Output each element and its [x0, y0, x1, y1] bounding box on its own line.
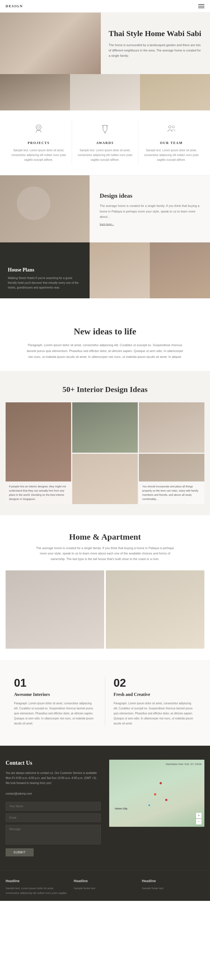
- number-1: 01: [14, 677, 96, 689]
- home-apt-title: Home & Apartment: [6, 532, 204, 542]
- footer-title-2: Headline: [74, 879, 136, 883]
- awards-icon: [78, 123, 132, 138]
- map-background: [109, 760, 204, 827]
- home-apt-images: [6, 570, 204, 649]
- interior-cell-1: If people hire an interior designer, the…: [6, 402, 71, 504]
- interior-cell-5-text: You should incorporate and place all thi…: [139, 482, 204, 504]
- contact-section: Contact Us You are always welcome to con…: [0, 746, 210, 870]
- hero-title: Thai Style Home Wabi Sabi: [109, 29, 202, 38]
- footer-title-1: Headline: [6, 879, 68, 883]
- house-plans-content: House Plans Walking Street Hotels If you…: [0, 242, 90, 298]
- features-section: PROJECTS Sample text. Lorem ipsum dolor …: [0, 110, 210, 175]
- team-icon: [144, 123, 199, 138]
- header: DESIGN: [0, 0, 210, 13]
- feature-projects: PROJECTS Sample text. Lorem ipsum dolor …: [6, 121, 72, 165]
- svg-point-4: [168, 126, 171, 128]
- new-ideas-text: Paragraph. Lorem ipsum dolor sit amet, c…: [27, 342, 183, 360]
- design-ideas-content: Design ideas The average home is created…: [90, 175, 210, 242]
- interior-cell-4: [72, 454, 138, 504]
- contact-map-area: Manhattan New York, NY 10036 Union City …: [109, 760, 204, 856]
- footer-title-3: Headline: [142, 879, 204, 883]
- design-ideas-image: [0, 175, 90, 242]
- map-city-label: Union City: [115, 807, 127, 810]
- house-plan-image-2: [150, 242, 210, 298]
- home-apt-section: Home & Apartment The average home is cre…: [0, 515, 210, 660]
- numbered-item-1: 01 Awesome Interiors Paragraph. Lorem ip…: [6, 671, 105, 732]
- contact-form-area: Contact Us You are always welcome to con…: [6, 760, 101, 856]
- svg-point-1: [37, 126, 40, 128]
- footer-col-3: Headline Sample footer text: [142, 879, 204, 895]
- map-marker-1: [160, 782, 162, 784]
- contact-email-input[interactable]: [6, 813, 101, 822]
- interior-grid: If people hire an interior designer, the…: [6, 402, 204, 504]
- numbered-title-1: Awesome Interiors: [14, 692, 96, 697]
- hero-sub-image-2: [70, 74, 140, 110]
- hero-images-row: [0, 74, 210, 110]
- numbered-item-2: 02 Fresh and Creative Paragraph. Lorem i…: [105, 671, 205, 732]
- awards-title: AWARDS: [78, 141, 132, 145]
- contact-map: Manhattan New York, NY 10036 Union City …: [109, 760, 204, 827]
- hero-content: Thai Style Home Wabi Sabi The home is su…: [101, 13, 210, 74]
- projects-icon: [11, 123, 66, 138]
- svg-point-0: [36, 125, 41, 130]
- interior-cell-2: [72, 402, 138, 453]
- projects-text: Sample text. Lorem ipsum dolor sit amet,…: [11, 148, 66, 162]
- contact-title: Contact Us: [6, 760, 101, 766]
- design-ideas-title: Design ideas: [100, 192, 200, 199]
- house-plan-image-1: [90, 242, 150, 298]
- number-2: 02: [114, 677, 196, 689]
- design-ideas-section: Design ideas The average home is created…: [0, 175, 210, 242]
- footer-text-1: Sample text. Lorem ipsum dolor sit amet,…: [6, 886, 68, 895]
- numbered-section: 01 Awesome Interiors Paragraph. Lorem ip…: [0, 660, 210, 746]
- map-marker-3: [165, 799, 167, 801]
- interior-cell-3: [139, 402, 204, 453]
- footer-col-2: Headline Sample footer text: [74, 879, 136, 895]
- new-ideas-section: New ideas to life Paragraph. Lorem ipsum…: [0, 310, 210, 371]
- contact-submit-button[interactable]: SUBMIT: [6, 848, 34, 856]
- contact-email: contact@adomp.com: [6, 791, 101, 796]
- numbered-text-2: Paragraph. Lorem ipsum dolor sit amet, c…: [114, 701, 196, 726]
- logo: DESIGN: [6, 4, 23, 8]
- contact-description: You are always welcome to contact us. Ou…: [6, 771, 101, 786]
- apt-image-2: [106, 570, 204, 649]
- footer: Headline Sample text. Lorem ipsum dolor …: [0, 870, 210, 901]
- hero-sub-image-3: [140, 74, 210, 110]
- interior-title: 50+ Interior Design Ideas: [6, 385, 204, 394]
- map-marker-2: [154, 793, 156, 795]
- new-ideas-title: New ideas to life: [22, 326, 188, 337]
- apt-image-1: [6, 570, 104, 649]
- house-plans-text: Walking Street Hotels If you're searchin…: [8, 276, 82, 290]
- awards-text: Sample text. Lorem ipsum dolor sit amet,…: [78, 148, 132, 162]
- interior-cell-5: You should incorporate and place all thi…: [139, 454, 204, 504]
- feature-our-team: OUR TEAM Sample text. Lorem ipsum dolor …: [138, 121, 204, 165]
- hero-section: Thai Style Home Wabi Sabi The home is su…: [0, 13, 210, 74]
- design-ideas-text: The average home is created for a single…: [100, 203, 200, 220]
- house-plans-title: House Plans: [8, 267, 82, 273]
- contact-name-input[interactable]: [6, 802, 101, 811]
- home-apt-text: The average home is created for a single…: [35, 546, 175, 562]
- interior-section: 50+ Interior Design Ideas If people hire…: [0, 371, 210, 515]
- hero-sub-image-1: [0, 74, 70, 110]
- numbered-title-2: Fresh and Creative: [114, 692, 196, 697]
- projects-title: PROJECTS: [11, 141, 66, 145]
- map-zoom-out[interactable]: −: [196, 819, 202, 824]
- map-label: Manhattan New York, NY 10036: [166, 762, 202, 766]
- map-zoom-in[interactable]: +: [196, 813, 202, 818]
- feature-awards: AWARDS Sample text. Lorem ipsum dolor si…: [72, 121, 138, 165]
- our-team-title: OUR TEAM: [144, 141, 199, 145]
- hamburger-menu[interactable]: [198, 4, 204, 8]
- contact-message-input[interactable]: [6, 825, 101, 845]
- design-ideas-link[interactable]: learn more...: [100, 223, 200, 226]
- numbered-text-1: Paragraph. Lorem ipsum dolor sit amet, c…: [14, 701, 96, 726]
- house-plans-images: [90, 242, 210, 298]
- footer-col-1: Headline Sample text. Lorem ipsum dolor …: [6, 879, 68, 895]
- footer-text-2: Sample footer text: [74, 886, 136, 891]
- house-plans-section: House Plans Walking Street Hotels If you…: [0, 242, 210, 298]
- svg-point-5: [173, 126, 175, 128]
- footer-text-3: Sample footer text: [142, 886, 204, 891]
- interior-cell-1-text: If people hire an interior designer, the…: [6, 482, 71, 504]
- hero-main-image: [0, 13, 101, 74]
- hero-description: The home is surrounded by a landscaped g…: [109, 43, 202, 58]
- our-team-text: Sample text. Lorem ipsum dolor sit amet,…: [144, 148, 199, 162]
